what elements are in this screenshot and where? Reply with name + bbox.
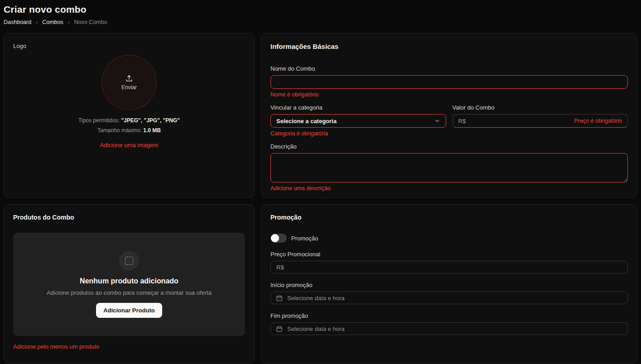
promotion-card: Promoção Promoção Preço Promocional Iníc… — [261, 204, 637, 364]
create-combo-page: Criar novo combo Dashboard › Combos › No… — [0, 0, 641, 364]
category-error: Categoria é obrigatória — [270, 130, 446, 137]
upload-icon — [125, 74, 133, 82]
basic-info-title: Informações Básicas — [270, 43, 628, 50]
description-field: Descrição Adicione uma descrição — [270, 143, 628, 192]
page-title: Criar novo combo — [4, 4, 637, 15]
products-card: Produtos do Combo Nenhum produto adicion… — [4, 204, 255, 364]
category-price-row: Vincular a categoria Selecione a categor… — [270, 104, 628, 137]
breadcrumb-separator: › — [36, 19, 38, 26]
basic-info-card: Informações Básicas Nome do Combo Nome é… — [261, 33, 637, 198]
products-title: Produtos do Combo — [13, 214, 245, 221]
price-label: Valor do Combo — [453, 104, 628, 111]
allowed-types-label: Tipos permitidos: — [78, 117, 120, 124]
logo-card: Logo Enviar Tipos permitidos: "JPEG", "J… — [4, 33, 255, 198]
promo-price-label: Preço Promocional — [270, 251, 628, 258]
promo-end-input[interactable]: Selecione data e hora — [270, 322, 628, 335]
empty-state-subtitle: Adicione produtos ao combo para começar … — [47, 289, 212, 297]
combo-name-input[interactable] — [270, 75, 628, 89]
category-field: Vincular a categoria Selecione a categor… — [270, 104, 446, 137]
combo-name-label: Nome do Combo — [270, 65, 628, 72]
logo-body: Enviar Tipos permitidos: "JPEG", "JPG", … — [13, 55, 245, 148]
breadcrumb-item-novo-combo: Novo Combo — [74, 19, 107, 26]
logo-label: Logo — [13, 43, 245, 49]
calendar-icon — [276, 295, 283, 302]
breadcrumb-separator: › — [68, 19, 70, 26]
breadcrumb-item-dashboard[interactable]: Dashboard — [4, 19, 31, 26]
empty-state-icon-circle — [119, 251, 139, 271]
promotion-toggle-label: Promoção — [291, 235, 318, 242]
category-label: Vincular a categoria — [270, 104, 446, 111]
price-currency-prefix: R$ — [458, 118, 466, 125]
promotion-toggle[interactable] — [270, 234, 287, 243]
max-size-label: Tamanho máximo: — [97, 127, 142, 134]
promotion-toggle-row: Promoção — [270, 234, 628, 243]
combo-name-field: Nome do Combo Nome é obrigatório — [270, 65, 628, 98]
products-error: Adicione pelo menos um produto — [13, 343, 245, 350]
products-empty-state: Nenhum produto adicionado Adicione produ… — [13, 233, 245, 336]
breadcrumb: Dashboard › Combos › Novo Combo — [4, 19, 637, 26]
promotion-title: Promoção — [270, 214, 628, 221]
category-select[interactable]: Selecione a categoria — [270, 114, 446, 128]
dashed-square-icon — [125, 257, 133, 265]
promo-start-input[interactable]: Selecione data e hora — [270, 292, 628, 304]
breadcrumb-item-combos[interactable]: Combos — [42, 19, 63, 26]
category-selected-value: Selecione a categoria — [276, 118, 337, 125]
price-field: Valor do Combo R$ Preço é obrigatório — [453, 104, 628, 137]
toggle-knob-icon — [271, 234, 279, 242]
logo-upload-dropzone[interactable]: Enviar — [101, 55, 157, 110]
calendar-icon — [276, 326, 283, 332]
empty-state-title: Nenhum produto adicionado — [80, 277, 178, 285]
max-size-hint: Tamanho máximo: 1.0 MB — [97, 127, 161, 134]
promo-end-label: Fim promoção — [270, 312, 628, 319]
chevron-down-icon — [434, 118, 440, 124]
allowed-types-hint: Tipos permitidos: "JPEG", "JPG", "PNG" — [78, 117, 180, 124]
form-grid: Logo Enviar Tipos permitidos: "JPEG", "J… — [4, 33, 637, 364]
description-textarea[interactable] — [270, 153, 628, 182]
allowed-types-value: "JPEG", "JPG", "PNG" — [121, 117, 180, 124]
price-input[interactable]: R$ Preço é obrigatório — [453, 114, 628, 128]
description-label: Descrição — [270, 143, 628, 150]
promo-price-input[interactable] — [270, 261, 628, 273]
price-inline-error: Preço é obrigatório — [574, 118, 622, 124]
promo-start-placeholder: Selecione data e hora — [287, 295, 344, 302]
promo-start-label: Início promoção — [270, 282, 628, 288]
promo-end-placeholder: Selecione data e hora — [287, 326, 344, 332]
upload-label: Enviar — [121, 84, 137, 91]
max-size-value: 1.0 MB — [143, 127, 161, 134]
logo-error: Adicione uma imagem — [100, 142, 159, 148]
add-product-button[interactable]: Adicionar Produto — [96, 303, 162, 318]
combo-name-error: Nome é obrigatório — [270, 91, 628, 98]
description-error: Adicione uma descrição — [270, 185, 628, 192]
